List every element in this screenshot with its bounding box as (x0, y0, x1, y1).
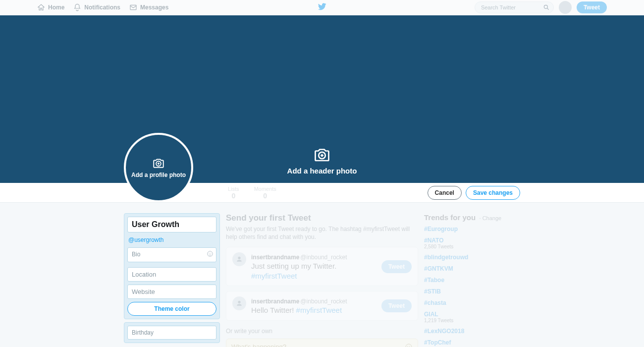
search-input[interactable] (475, 1, 554, 13)
add-header-photo[interactable]: Add a header photo (0, 15, 644, 183)
home-icon (37, 3, 45, 11)
nav-home[interactable]: Home (37, 3, 64, 11)
envelope-icon (129, 3, 137, 11)
svg-point-9 (208, 251, 213, 257)
suggested-tweet-card[interactable]: insertbrandname@inbound_rocketJust setti… (226, 247, 418, 286)
svg-point-12 (406, 344, 412, 347)
website-input[interactable] (127, 285, 216, 299)
stat-lists[interactable]: Lists0 (228, 186, 239, 200)
stat-moments[interactable]: Moments0 (254, 186, 276, 200)
trends-change-link[interactable]: · Change (480, 215, 502, 221)
trend-item[interactable]: #blindgetrouwd (424, 254, 517, 261)
add-profile-photo[interactable]: Add a profile photo (124, 133, 193, 202)
trend-item[interactable]: #Eurogroup (424, 226, 517, 232)
first-tweet-title: Send your first Tweet (226, 213, 418, 223)
trend-item[interactable]: #TopChef (424, 339, 517, 346)
header-photo-label: Add a header photo (287, 167, 357, 175)
profile-edit-panel: @usergrowth Theme color (124, 213, 220, 319)
suggested-tweet-card[interactable]: insertbrandname@inbound_rocketHello Twit… (226, 291, 418, 321)
nav-notifications[interactable]: Notifications (73, 3, 120, 11)
trend-item[interactable]: #LexNGO2018 (424, 328, 517, 335)
nav-messages[interactable]: Messages (129, 3, 168, 11)
trend-item[interactable]: #Taboe (424, 277, 517, 284)
svg-point-11 (211, 253, 211, 254)
trend-item[interactable]: #STIB (424, 288, 517, 295)
search-icon (543, 4, 550, 11)
tweet-button[interactable]: Tweet (381, 299, 412, 312)
user-handle: @usergrowth (128, 236, 216, 243)
theme-color-button[interactable]: Theme color (127, 302, 216, 316)
compose-box[interactable]: What's happening? (226, 339, 418, 347)
trend-item[interactable]: GIAL1,219 Tweets (424, 311, 517, 323)
birthday-input[interactable] (127, 326, 216, 340)
name-input[interactable] (127, 217, 216, 232)
twitter-logo-icon (318, 2, 326, 13)
birthday-panel (124, 322, 220, 343)
location-input[interactable] (127, 267, 216, 282)
tweet-button[interactable]: Tweet (381, 260, 412, 273)
camera-plus-icon (313, 146, 331, 164)
svg-point-14 (410, 346, 410, 347)
svg-point-10 (209, 253, 210, 254)
emoji-icon[interactable] (405, 343, 413, 347)
compose-tweet-button[interactable]: Tweet (577, 1, 607, 13)
save-changes-button[interactable]: Save changes (466, 186, 520, 200)
profile-bar: Add a profile photo Lists0 Moments0 Canc… (0, 183, 644, 203)
svg-line-2 (547, 8, 549, 10)
trend-item[interactable]: #chasta (424, 299, 517, 306)
bell-icon (73, 3, 81, 11)
trend-item[interactable]: #GNTKVM (424, 265, 517, 272)
avatar-placeholder (232, 296, 246, 310)
or-write-label: Or write your own (226, 328, 418, 335)
user-avatar[interactable] (559, 1, 572, 14)
svg-point-1 (544, 5, 547, 8)
trends-header: Trends for you · Change (424, 213, 517, 222)
first-tweet-sub: We've got your first Tweet ready to go. … (226, 225, 418, 241)
trend-item[interactable]: #NATO2,580 Tweets (424, 237, 517, 249)
svg-point-13 (408, 346, 408, 347)
top-nav: Home Notifications Messages Tweet (0, 0, 644, 15)
search-input-wrap (475, 1, 554, 13)
avatar-placeholder (232, 252, 246, 266)
cancel-button[interactable]: Cancel (428, 186, 462, 200)
emoji-icon[interactable] (207, 250, 214, 257)
bio-input[interactable] (127, 247, 216, 262)
camera-plus-icon (152, 157, 165, 170)
